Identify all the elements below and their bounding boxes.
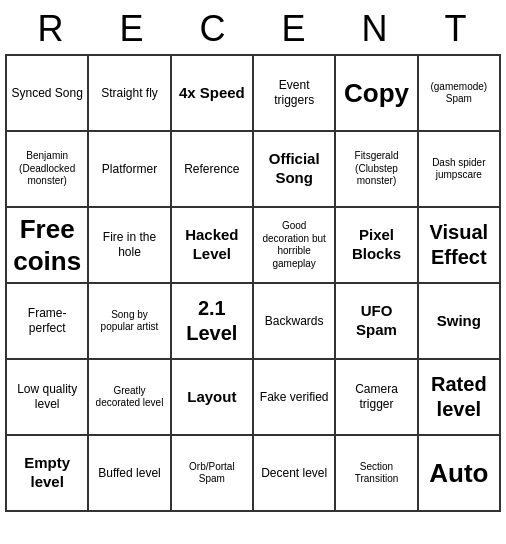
bingo-grid: Synced SongStraight fly4x SpeedEvent tri…: [5, 54, 501, 512]
grid-cell-9: Official Song: [254, 132, 336, 208]
title-n: N: [334, 8, 415, 50]
title-r: R: [10, 8, 91, 50]
grid-cell-5: (gamemode) Spam: [419, 56, 501, 132]
cell-text-27: Fake verified: [260, 390, 329, 405]
title-e1: E: [91, 8, 172, 50]
cell-text-13: Fire in the hole: [93, 230, 165, 260]
grid-cell-3: Event triggers: [254, 56, 336, 132]
grid-cell-24: Low quality level: [7, 360, 89, 436]
bingo-title: R E C E N T: [0, 0, 506, 54]
grid-cell-25: Greatly decorated level: [89, 360, 171, 436]
grid-cell-22: UFO Spam: [336, 284, 418, 360]
cell-text-23: Swing: [437, 312, 481, 331]
title-c: C: [172, 8, 253, 50]
grid-cell-6: Benjamin (Deadlocked monster): [7, 132, 89, 208]
grid-cell-35: Auto: [419, 436, 501, 512]
grid-cell-26: Layout: [172, 360, 254, 436]
grid-cell-14: Hacked Level: [172, 208, 254, 284]
grid-cell-16: Pixel Blocks: [336, 208, 418, 284]
cell-text-34: Section Transition: [340, 461, 412, 486]
grid-cell-2: 4x Speed: [172, 56, 254, 132]
cell-text-29: Rated level: [423, 372, 495, 422]
cell-text-30: Empty level: [11, 454, 83, 492]
cell-text-3: Event triggers: [258, 78, 330, 108]
cell-text-15: Good decoration but horrible gameplay: [258, 220, 330, 270]
cell-text-35: Auto: [429, 457, 488, 490]
cell-text-33: Decent level: [261, 466, 327, 481]
grid-cell-17: Visual Effect: [419, 208, 501, 284]
cell-text-22: UFO Spam: [340, 302, 412, 340]
grid-cell-12: Free coins: [7, 208, 89, 284]
cell-text-25: Greatly decorated level: [93, 385, 165, 410]
grid-cell-19: Song by popular artist: [89, 284, 171, 360]
cell-text-28: Camera trigger: [340, 382, 412, 412]
cell-text-19: Song by popular artist: [93, 309, 165, 334]
grid-cell-20: 2.1 Level: [172, 284, 254, 360]
cell-text-7: Platformer: [102, 162, 157, 177]
grid-cell-29: Rated level: [419, 360, 501, 436]
cell-text-32: Orb/Portal Spam: [176, 461, 248, 486]
grid-cell-0: Synced Song: [7, 56, 89, 132]
grid-cell-32: Orb/Portal Spam: [172, 436, 254, 512]
cell-text-17: Visual Effect: [423, 220, 495, 270]
cell-text-11: Dash spider jumpscare: [423, 157, 495, 182]
cell-text-1: Straight fly: [101, 86, 158, 101]
grid-cell-13: Fire in the hole: [89, 208, 171, 284]
cell-text-16: Pixel Blocks: [340, 226, 412, 264]
cell-text-10: Fitsgerald (Clubstep monster): [340, 150, 412, 188]
cell-text-6: Benjamin (Deadlocked monster): [11, 150, 83, 188]
cell-text-8: Reference: [184, 162, 239, 177]
cell-text-0: Synced Song: [11, 86, 82, 101]
cell-text-20: 2.1 Level: [176, 296, 248, 346]
grid-cell-7: Platformer: [89, 132, 171, 208]
grid-cell-30: Empty level: [7, 436, 89, 512]
cell-text-14: Hacked Level: [176, 226, 248, 264]
grid-cell-27: Fake verified: [254, 360, 336, 436]
cell-text-18: Frame-perfect: [11, 306, 83, 336]
grid-cell-31: Buffed level: [89, 436, 171, 512]
cell-text-12: Free coins: [11, 213, 83, 278]
cell-text-2: 4x Speed: [179, 84, 245, 103]
title-t: T: [415, 8, 496, 50]
grid-cell-18: Frame-perfect: [7, 284, 89, 360]
title-e2: E: [253, 8, 334, 50]
grid-cell-10: Fitsgerald (Clubstep monster): [336, 132, 418, 208]
grid-cell-15: Good decoration but horrible gameplay: [254, 208, 336, 284]
cell-text-5: (gamemode) Spam: [423, 81, 495, 106]
grid-cell-34: Section Transition: [336, 436, 418, 512]
grid-cell-23: Swing: [419, 284, 501, 360]
cell-text-4: Copy: [344, 77, 409, 110]
grid-cell-33: Decent level: [254, 436, 336, 512]
grid-cell-21: Backwards: [254, 284, 336, 360]
cell-text-31: Buffed level: [98, 466, 161, 481]
grid-cell-28: Camera trigger: [336, 360, 418, 436]
cell-text-26: Layout: [187, 388, 236, 407]
cell-text-9: Official Song: [258, 150, 330, 188]
grid-cell-8: Reference: [172, 132, 254, 208]
grid-cell-1: Straight fly: [89, 56, 171, 132]
grid-cell-4: Copy: [336, 56, 418, 132]
grid-cell-11: Dash spider jumpscare: [419, 132, 501, 208]
cell-text-24: Low quality level: [11, 382, 83, 412]
cell-text-21: Backwards: [265, 314, 324, 329]
